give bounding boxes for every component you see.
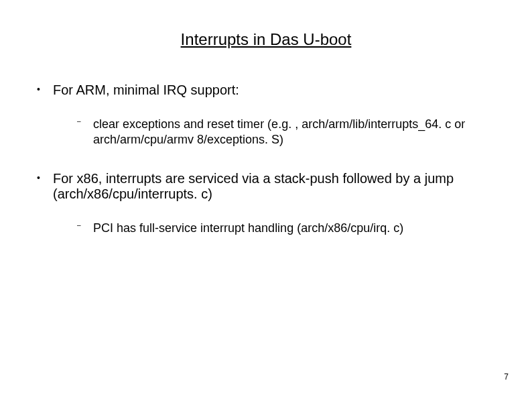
sub-item-x86-pci: PCI has full-service interrupt handling … xyxy=(53,221,495,236)
sub-item-text: PCI has full-service interrupt handling … xyxy=(93,221,403,235)
page-number: 7 xyxy=(504,372,509,382)
bullet-text: For ARM, minimal IRQ support: xyxy=(53,82,239,97)
sub-item-arm-exceptions: clear exceptions and reset timer (e.g. ,… xyxy=(53,117,495,148)
bullet-item-x86: For x86, interrupts are serviced via a s… xyxy=(37,171,495,236)
sub-list: clear exceptions and reset timer (e.g. ,… xyxy=(53,117,495,148)
bullet-text: For x86, interrupts are serviced via a s… xyxy=(53,171,454,201)
bullet-list: For ARM, minimal IRQ support: clear exce… xyxy=(37,82,495,236)
sub-list: PCI has full-service interrupt handling … xyxy=(53,221,495,236)
slide-title: Interrupts in Das U-boot xyxy=(37,30,495,49)
slide-container: Interrupts in Das U-boot For ARM, minima… xyxy=(0,0,532,399)
bullet-item-arm: For ARM, minimal IRQ support: clear exce… xyxy=(37,82,495,148)
sub-item-text: clear exceptions and reset timer (e.g. ,… xyxy=(93,117,465,146)
